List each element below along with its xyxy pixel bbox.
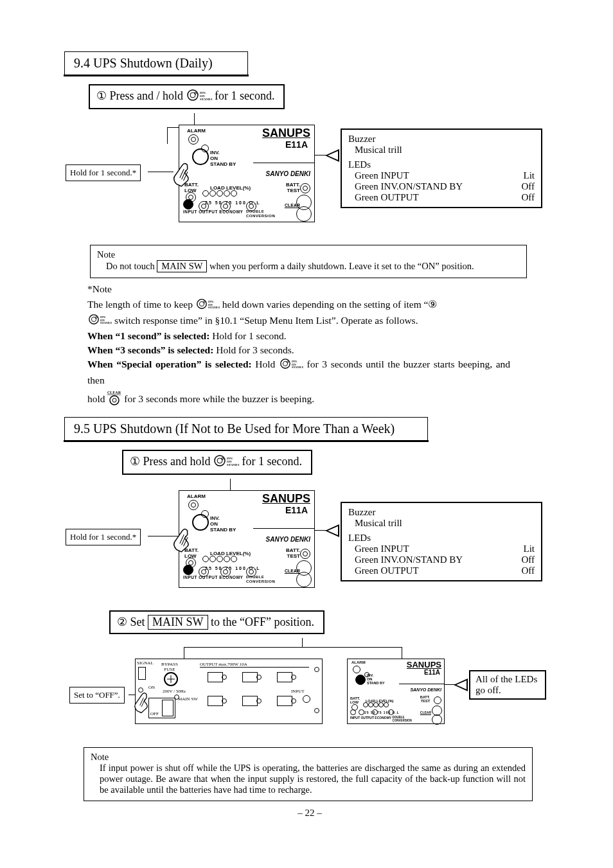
ns-b1h: When “1 second” is selected: xyxy=(87,330,209,341)
svg-point-6 xyxy=(197,299,206,308)
denki-label: SANYO DENKI xyxy=(410,687,441,692)
bottom-row-labels: INPUT OUTPUT ECONOMY DOUBLE CONVERSION xyxy=(183,575,275,584)
batt-test-label: BATT. TEST xyxy=(420,695,430,703)
led-out-l: Green OUTPUT xyxy=(355,192,419,203)
step-95-2: ② Set MAIN SW to the “OFF” position. xyxy=(109,610,324,634)
led-inv-l: Green INV.ON/STAND BY xyxy=(355,181,463,192)
model-label: E11A xyxy=(285,139,308,150)
led-input-v: Lit xyxy=(524,544,535,554)
leds-head: LEDs xyxy=(348,159,535,170)
status-box-95b: All of the LEDs go off. xyxy=(469,670,546,700)
leds-head: LEDs xyxy=(348,533,535,544)
section-title-95-text: 9.5 UPS Shutdown (If Not to Be Used for … xyxy=(74,421,395,436)
mainsw-label: MAIN SW xyxy=(178,696,198,702)
svg-point-18 xyxy=(281,359,290,368)
all-off-text: All of the LEDs go off. xyxy=(475,674,537,695)
model-label: E11A xyxy=(285,505,308,515)
screw-icon xyxy=(314,708,319,713)
batt-test-led-icon xyxy=(300,549,310,559)
ns-b4t: for 3 seconds more while the buzzer is b… xyxy=(124,393,314,403)
svg-text:CLEAR: CLEAR xyxy=(107,391,121,394)
led-input-v: Lit xyxy=(524,170,535,181)
inv-led-icon xyxy=(201,145,209,152)
economy-led-icon xyxy=(220,567,231,577)
set-off-label: Set to “OFF”. xyxy=(69,687,125,704)
led-out-l: Green OUTPUT xyxy=(355,565,419,576)
inv-switch-icon: INV.ONSTAND BY xyxy=(213,454,239,470)
svg-text:STAND BY: STAND BY xyxy=(208,306,220,309)
signal-port-icon xyxy=(138,667,146,680)
brand-label: SANUPS xyxy=(262,492,310,506)
inv-label: INV. ON STAND BY xyxy=(210,515,236,533)
alarm-led-icon xyxy=(353,666,360,673)
inv-led-icon xyxy=(201,510,209,518)
led-inv-v: Off xyxy=(521,181,535,192)
svg-point-26 xyxy=(112,398,116,402)
buzzer-head: Buzzer xyxy=(348,134,535,145)
hold-label-94: Hold for 1 second.* xyxy=(66,164,141,181)
arrow-icon xyxy=(325,149,339,162)
led-inv-v: Off xyxy=(521,554,535,565)
svg-point-25 xyxy=(110,396,119,405)
batt-test-led-icon xyxy=(300,183,310,193)
brand-label: SANUPS xyxy=(407,660,441,669)
denki-label: SANYO DENKI xyxy=(266,170,310,177)
svg-point-2 xyxy=(194,93,196,94)
input-switch-icon xyxy=(183,565,193,577)
clear-button-icon xyxy=(296,206,312,222)
inv-switch-icon: INV.ONSTAND BY xyxy=(87,314,112,329)
hold-label-94-text: Hold for 1 second.* xyxy=(70,168,136,177)
alarm-label: ALARM xyxy=(187,128,206,134)
buzzer-val: Musical trill xyxy=(355,145,535,155)
main-sw-inline: MAIN SW xyxy=(148,615,208,630)
batt-test-led-icon xyxy=(434,696,441,704)
step-94-1-suffix: for 1 second. xyxy=(215,89,274,102)
svg-point-29 xyxy=(222,458,224,460)
diagram-95a: Hold for 1 second.* ALARM SANUPS E11A SA… xyxy=(64,479,555,604)
inv-switch-icon: INV.ONSTAND BY xyxy=(279,358,303,373)
led-input-l: Green INPUT xyxy=(355,170,409,181)
ns-p2: switch response time” in §10.1 “Setup Me… xyxy=(114,315,418,326)
step-95-1-suffix: for 1 second. xyxy=(242,455,302,468)
step-94-1: ① Press and / hold INV.ONSTAND BY for 1 … xyxy=(89,84,285,109)
device-panel-95a: ALARM SANUPS E11A SANYO DENKI INV. ON ST… xyxy=(179,490,315,588)
led-out-v: Off xyxy=(521,192,535,203)
alarm-led-icon xyxy=(188,134,199,145)
led-input-l: Green INPUT xyxy=(355,544,409,554)
section-title-94: 9.4 UPS Shutdown (Daily) xyxy=(64,51,248,75)
note-94-post: when you perform a daily shutdown. Leave… xyxy=(209,261,474,271)
clear-label: CLEAR xyxy=(285,569,300,573)
note-95-body: If input power is shut off while the UPS… xyxy=(100,763,526,795)
diagram-95b: Set to “OFF”. BYPASS FUSE OUTPUT max.700… xyxy=(64,638,555,741)
ns-b1t: Hold for 1 second. xyxy=(209,330,286,341)
clear-label: CLEAR xyxy=(285,203,300,208)
step-95-2-prefix: ② Set xyxy=(117,616,145,628)
step-95-2-suffix: to the “OFF” position. xyxy=(211,616,314,628)
signal-label: SIGNAL xyxy=(137,660,154,666)
inv-label: INV. ON STAND BY xyxy=(367,673,385,685)
note-star-head: *Note xyxy=(87,283,555,295)
load-leds-icon xyxy=(202,553,238,564)
output-label: OUTPUT max.700W 10A xyxy=(200,662,247,667)
ns-b3h: When “Special operation” is selected: xyxy=(87,359,252,369)
note-box-95: Note If input power is shut off while th… xyxy=(84,747,533,801)
clear-button-icon xyxy=(296,572,312,587)
svg-point-20 xyxy=(287,361,289,363)
ns-p1-pre: The length of time to keep xyxy=(87,299,193,310)
note-95-head: Note xyxy=(91,752,526,763)
hold-label-95: Hold for 1 second.* xyxy=(66,529,141,545)
clear-button-icon xyxy=(432,714,442,725)
double-led-icon xyxy=(246,567,256,577)
brand-label: SANUPS xyxy=(262,127,310,140)
alarm-label: ALARM xyxy=(187,493,206,499)
clear-button-icon: CLEAR xyxy=(107,390,121,409)
inv-switch-icon: INV.ONSTAND BY xyxy=(186,89,212,105)
status-box-95a: Buzzer Musical trill LEDs Green INPUTLit… xyxy=(341,502,542,581)
input-switch-icon xyxy=(183,199,193,211)
step-94-1-prefix: ① Press and / hold xyxy=(96,89,183,102)
denki-label: SANYO DENKI xyxy=(266,536,310,543)
device-panel-94: ALARM SANUPS E11A SANYO DENKI INV. ON ST… xyxy=(179,125,315,222)
screw-icon xyxy=(314,667,319,672)
buzzer-head: Buzzer xyxy=(348,507,535,518)
section-title-95: 9.5 UPS Shutdown (If Not to Be Used for … xyxy=(64,417,428,441)
